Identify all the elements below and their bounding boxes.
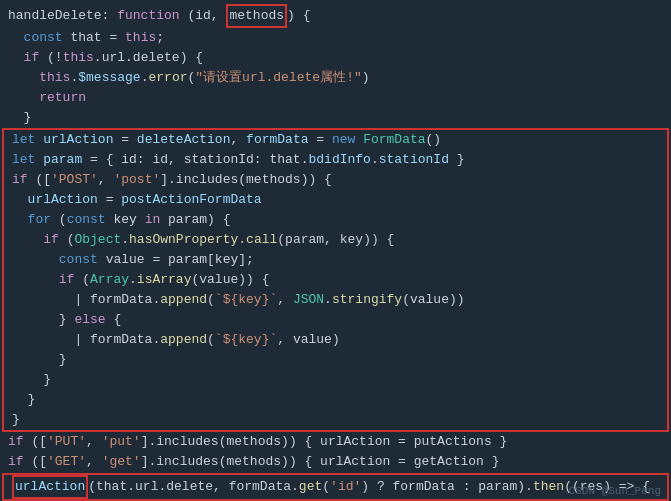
code-line: const that = this;: [0, 28, 671, 48]
code-line: }: [4, 410, 667, 430]
code-line: } else {: [4, 310, 667, 330]
code-editor: handleDelete: function (id, methods) { c…: [0, 0, 671, 501]
code-line: }: [4, 370, 667, 390]
code-line: | formData.append(`${key}`, JSON.stringi…: [4, 290, 667, 310]
code-line: if (Object.hasOwnProperty.call(param, ke…: [4, 230, 667, 250]
code-line: | formData.append(`${key}`, value): [4, 330, 667, 350]
code-line: const value = param[key];: [4, 250, 667, 270]
code-line: let param = { id: id, stationId: that.bd…: [4, 150, 667, 170]
watermark: CSDN @Sun_Peng: [569, 485, 661, 497]
code-line: if (!this.url.delete) {: [0, 48, 671, 68]
code-line: if (['POST', 'post'].includes(methods)) …: [4, 170, 667, 190]
code-line: let urlAction = deleteAction, formData =…: [4, 130, 667, 150]
code-line: }: [0, 108, 671, 128]
code-line: return: [0, 88, 671, 108]
red-border-section: let urlAction = deleteAction, formData =…: [2, 128, 669, 432]
code-line: if (['PUT', 'put'].includes(methods)) { …: [0, 432, 671, 452]
code-line: this.$message.error("请设置url.delete属性!"): [0, 68, 671, 88]
code-line: if (Array.isArray(value)) {: [4, 270, 667, 290]
code-line: urlAction = postActionFormData: [4, 190, 667, 210]
code-line: urlAction(that.url.delete, formData.get(…: [4, 475, 667, 499]
code-line: if (['GET', 'get'].includes(methods)) { …: [0, 452, 671, 472]
code-line: for (const key in param) {: [4, 210, 667, 230]
code-line: }: [4, 350, 667, 370]
code-line: handleDelete: function (id, methods) {: [0, 4, 671, 28]
code-line: }: [4, 390, 667, 410]
